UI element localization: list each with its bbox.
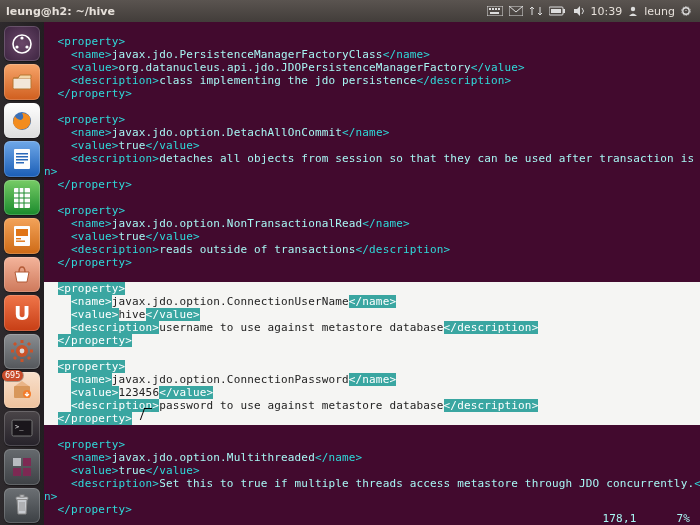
launcher: U 695 >_ xyxy=(0,22,44,525)
svg-rect-23 xyxy=(16,162,24,164)
power-icon[interactable] xyxy=(681,6,691,16)
svg-rect-21 xyxy=(16,156,28,158)
svg-rect-3 xyxy=(495,8,497,10)
svg-rect-22 xyxy=(16,159,28,161)
svg-rect-4 xyxy=(498,8,500,10)
top-panel: leung@h2: ~/hive 10:39 leung xyxy=(0,0,700,22)
username[interactable]: leung xyxy=(644,5,675,18)
network-icon[interactable] xyxy=(529,6,543,16)
scroll-percent: 7% xyxy=(676,512,690,525)
svg-point-10 xyxy=(631,7,635,11)
svg-rect-37 xyxy=(13,468,21,476)
svg-rect-40 xyxy=(20,495,24,497)
dash-icon[interactable] xyxy=(4,26,40,61)
trash-icon[interactable] xyxy=(4,488,40,523)
svg-rect-0 xyxy=(487,6,503,16)
svg-rect-26 xyxy=(16,229,28,236)
svg-rect-28 xyxy=(16,241,25,242)
svg-point-15 xyxy=(15,45,18,48)
window-title: leung@h2: ~/hive xyxy=(6,5,115,18)
impress-icon[interactable] xyxy=(4,218,40,253)
firefox-icon[interactable] xyxy=(4,103,40,138)
workspaces-icon[interactable] xyxy=(4,449,40,484)
clock[interactable]: 10:39 xyxy=(591,5,623,18)
updater-icon[interactable]: 695 xyxy=(4,372,40,407)
svg-rect-38 xyxy=(23,468,31,476)
battery-icon[interactable] xyxy=(549,6,567,16)
settings-icon[interactable] xyxy=(4,334,40,369)
svg-rect-35 xyxy=(13,458,21,466)
svg-rect-36 xyxy=(23,458,31,466)
svg-rect-20 xyxy=(16,153,28,155)
svg-point-16 xyxy=(25,45,28,48)
mail-icon[interactable] xyxy=(509,6,523,16)
svg-rect-9 xyxy=(551,9,561,13)
svg-rect-8 xyxy=(563,9,565,13)
calc-icon[interactable] xyxy=(4,180,40,215)
update-badge: 695 xyxy=(2,370,23,381)
svg-rect-1 xyxy=(489,8,491,10)
volume-icon[interactable] xyxy=(573,6,585,16)
svg-rect-27 xyxy=(16,238,21,239)
writer-icon[interactable] xyxy=(4,141,40,176)
user-icon[interactable] xyxy=(628,6,638,16)
cursor-position: 178,1 xyxy=(603,512,637,525)
svg-rect-2 xyxy=(492,8,494,10)
svg-text:>_: >_ xyxy=(15,423,24,431)
svg-point-14 xyxy=(20,36,23,39)
svg-point-30 xyxy=(20,349,25,354)
terminal-icon[interactable]: >_ xyxy=(4,411,40,446)
files-icon[interactable] xyxy=(4,64,40,99)
terminal-editor[interactable]: <property> <name>javax.jdo.PersistenceMa… xyxy=(44,22,700,525)
vim-statusline: 178,1 7% xyxy=(44,512,700,525)
keyboard-icon[interactable] xyxy=(487,6,503,16)
svg-rect-5 xyxy=(490,12,499,14)
svg-rect-17 xyxy=(13,78,31,89)
ubuntuone-icon[interactable]: U xyxy=(4,295,40,330)
store-icon[interactable] xyxy=(4,257,40,292)
